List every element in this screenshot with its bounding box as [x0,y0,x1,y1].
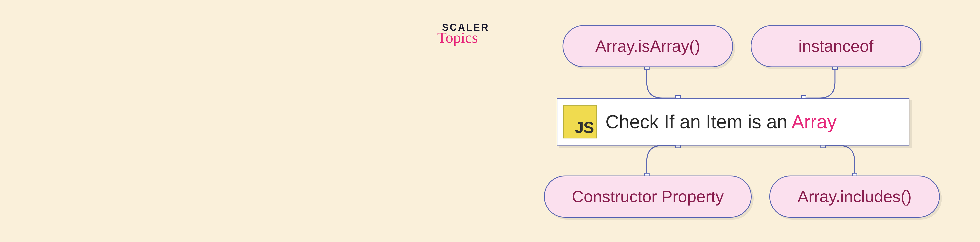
js-badge-text: JS [575,118,594,137]
scaler-logo: SCALER Topics [442,22,489,45]
node-array-isarray: Array.isArray() [563,25,733,67]
node-constructor-property: Constructor Property [544,175,752,218]
central-title-prefix: Check If an Item is an [605,111,792,132]
node-array-includes: Array.includes() [769,175,940,218]
central-topic: JS Check If an Item is an Array [557,98,910,145]
node-label: instanceof [799,37,873,56]
node-label: Constructor Property [572,187,724,206]
central-title-highlight: Array [792,111,837,132]
diagram-canvas: SCALER Topics Array.isArray() instanceof… [0,0,980,242]
node-label: Array.includes() [797,187,912,206]
js-icon: JS [563,105,597,139]
central-title: Check If an Item is an Array [605,111,837,132]
node-instanceof: instanceof [751,25,921,67]
node-label: Array.isArray() [595,37,700,56]
logo-line2: Topics [437,30,478,45]
